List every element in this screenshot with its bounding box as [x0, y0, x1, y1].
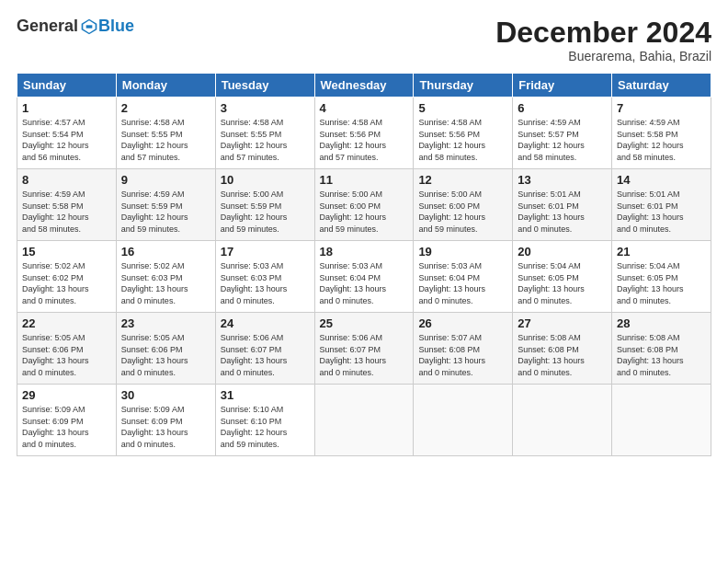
- table-row: 12Sunrise: 5:00 AM Sunset: 6:00 PM Dayli…: [414, 169, 513, 241]
- day-info: Sunrise: 4:59 AM Sunset: 5:58 PM Dayligh…: [22, 189, 111, 235]
- day-info: Sunrise: 4:58 AM Sunset: 5:55 PM Dayligh…: [221, 117, 310, 163]
- day-number: 30: [121, 388, 210, 402]
- col-friday: Friday: [513, 74, 612, 98]
- table-row: 24Sunrise: 5:06 AM Sunset: 6:07 PM Dayli…: [215, 313, 314, 385]
- day-number: 28: [617, 316, 706, 330]
- day-number: 18: [320, 245, 409, 259]
- table-row: 9Sunrise: 4:59 AM Sunset: 5:59 PM Daylig…: [116, 169, 215, 241]
- day-number: 2: [121, 101, 210, 115]
- table-row: 10Sunrise: 5:00 AM Sunset: 5:59 PM Dayli…: [215, 169, 314, 241]
- day-info: Sunrise: 4:57 AM Sunset: 5:54 PM Dayligh…: [22, 117, 111, 163]
- calendar-header-row: Sunday Monday Tuesday Wednesday Thursday…: [17, 74, 711, 98]
- day-number: 1: [22, 101, 111, 115]
- day-info: Sunrise: 5:03 AM Sunset: 6:03 PM Dayligh…: [221, 260, 310, 306]
- table-row: 18Sunrise: 5:03 AM Sunset: 6:04 PM Dayli…: [314, 241, 414, 313]
- table-row: 3Sunrise: 4:58 AM Sunset: 5:55 PM Daylig…: [215, 98, 314, 169]
- day-number: 15: [22, 245, 111, 259]
- table-row: [414, 385, 513, 456]
- table-row: 27Sunrise: 5:08 AM Sunset: 6:08 PM Dayli…: [513, 313, 612, 385]
- col-thursday: Thursday: [414, 74, 513, 98]
- table-row: 16Sunrise: 5:02 AM Sunset: 6:03 PM Dayli…: [116, 241, 215, 313]
- logo-icon: [80, 17, 98, 36]
- title-block: December 2024 Buerarema, Bahia, Brazil: [495, 17, 711, 63]
- col-saturday: Saturday: [612, 74, 711, 98]
- logo-general: General: [17, 17, 78, 36]
- day-info: Sunrise: 5:03 AM Sunset: 6:04 PM Dayligh…: [418, 260, 507, 306]
- table-row: 5Sunrise: 4:58 AM Sunset: 5:56 PM Daylig…: [414, 98, 513, 169]
- col-monday: Monday: [116, 74, 215, 98]
- table-row: 17Sunrise: 5:03 AM Sunset: 6:03 PM Dayli…: [215, 241, 314, 313]
- day-info: Sunrise: 5:05 AM Sunset: 6:06 PM Dayligh…: [121, 332, 210, 378]
- day-info: Sunrise: 5:02 AM Sunset: 6:02 PM Dayligh…: [22, 260, 111, 306]
- table-row: [513, 385, 612, 456]
- day-number: 19: [418, 245, 507, 259]
- day-info: Sunrise: 4:59 AM Sunset: 5:59 PM Dayligh…: [121, 189, 210, 235]
- calendar-week-2: 8Sunrise: 4:59 AM Sunset: 5:58 PM Daylig…: [17, 169, 711, 241]
- day-info: Sunrise: 5:03 AM Sunset: 6:04 PM Dayligh…: [320, 260, 409, 306]
- day-info: Sunrise: 5:08 AM Sunset: 6:08 PM Dayligh…: [518, 332, 607, 378]
- location-subtitle: Buerarema, Bahia, Brazil: [495, 49, 711, 63]
- day-number: 5: [418, 101, 507, 115]
- day-info: Sunrise: 4:58 AM Sunset: 5:56 PM Dayligh…: [320, 117, 409, 163]
- day-info: Sunrise: 5:09 AM Sunset: 6:09 PM Dayligh…: [22, 404, 111, 450]
- table-row: 1Sunrise: 4:57 AM Sunset: 5:54 PM Daylig…: [17, 98, 117, 169]
- day-info: Sunrise: 5:00 AM Sunset: 6:00 PM Dayligh…: [418, 189, 507, 235]
- col-wednesday: Wednesday: [314, 74, 414, 98]
- day-number: 9: [121, 173, 210, 187]
- table-row: 6Sunrise: 4:59 AM Sunset: 5:57 PM Daylig…: [513, 98, 612, 169]
- table-row: 25Sunrise: 5:06 AM Sunset: 6:07 PM Dayli…: [314, 313, 414, 385]
- table-row: 14Sunrise: 5:01 AM Sunset: 6:01 PM Dayli…: [612, 169, 711, 241]
- day-info: Sunrise: 5:10 AM Sunset: 6:10 PM Dayligh…: [221, 404, 310, 450]
- col-tuesday: Tuesday: [215, 74, 314, 98]
- day-number: 16: [121, 245, 210, 259]
- day-number: 22: [22, 316, 111, 330]
- table-row: 21Sunrise: 5:04 AM Sunset: 6:05 PM Dayli…: [612, 241, 711, 313]
- day-info: Sunrise: 5:01 AM Sunset: 6:01 PM Dayligh…: [617, 189, 706, 235]
- logo: General Blue: [17, 17, 134, 36]
- table-row: 28Sunrise: 5:08 AM Sunset: 6:08 PM Dayli…: [612, 313, 711, 385]
- table-row: [612, 385, 711, 456]
- day-info: Sunrise: 5:09 AM Sunset: 6:09 PM Dayligh…: [121, 404, 210, 450]
- calendar-table: Sunday Monday Tuesday Wednesday Thursday…: [17, 73, 711, 456]
- day-number: 23: [121, 316, 210, 330]
- table-row: 31Sunrise: 5:10 AM Sunset: 6:10 PM Dayli…: [215, 385, 314, 456]
- day-info: Sunrise: 5:06 AM Sunset: 6:07 PM Dayligh…: [221, 332, 310, 378]
- day-number: 20: [518, 245, 607, 259]
- day-number: 27: [518, 316, 607, 330]
- day-number: 26: [418, 316, 507, 330]
- day-number: 14: [617, 173, 706, 187]
- day-number: 21: [617, 245, 706, 259]
- table-row: 8Sunrise: 4:59 AM Sunset: 5:58 PM Daylig…: [17, 169, 117, 241]
- table-row: 2Sunrise: 4:58 AM Sunset: 5:55 PM Daylig…: [116, 98, 215, 169]
- day-number: 12: [418, 173, 507, 187]
- day-number: 3: [221, 101, 310, 115]
- day-number: 8: [22, 173, 111, 187]
- day-number: 11: [320, 173, 409, 187]
- header: General Blue December 2024 Buerarema, Ba…: [17, 17, 711, 63]
- col-sunday: Sunday: [17, 74, 117, 98]
- day-info: Sunrise: 5:00 AM Sunset: 5:59 PM Dayligh…: [221, 189, 310, 235]
- day-info: Sunrise: 5:00 AM Sunset: 6:00 PM Dayligh…: [320, 189, 409, 235]
- day-number: 7: [617, 101, 706, 115]
- day-info: Sunrise: 5:01 AM Sunset: 6:01 PM Dayligh…: [518, 189, 607, 235]
- table-row: 4Sunrise: 4:58 AM Sunset: 5:56 PM Daylig…: [314, 98, 414, 169]
- day-info: Sunrise: 5:07 AM Sunset: 6:08 PM Dayligh…: [418, 332, 507, 378]
- calendar-week-5: 29Sunrise: 5:09 AM Sunset: 6:09 PM Dayli…: [17, 385, 711, 456]
- day-info: Sunrise: 5:04 AM Sunset: 6:05 PM Dayligh…: [617, 260, 706, 306]
- day-number: 24: [221, 316, 310, 330]
- day-number: 13: [518, 173, 607, 187]
- day-info: Sunrise: 5:04 AM Sunset: 6:05 PM Dayligh…: [518, 260, 607, 306]
- day-number: 29: [22, 388, 111, 402]
- table-row: 20Sunrise: 5:04 AM Sunset: 6:05 PM Dayli…: [513, 241, 612, 313]
- page: General Blue December 2024 Buerarema, Ba…: [0, 0, 728, 563]
- table-row: 22Sunrise: 5:05 AM Sunset: 6:06 PM Dayli…: [17, 313, 117, 385]
- day-number: 17: [221, 245, 310, 259]
- table-row: [314, 385, 414, 456]
- day-info: Sunrise: 5:06 AM Sunset: 6:07 PM Dayligh…: [320, 332, 409, 378]
- calendar-week-3: 15Sunrise: 5:02 AM Sunset: 6:02 PM Dayli…: [17, 241, 711, 313]
- day-info: Sunrise: 5:05 AM Sunset: 6:06 PM Dayligh…: [22, 332, 111, 378]
- table-row: 11Sunrise: 5:00 AM Sunset: 6:00 PM Dayli…: [314, 169, 414, 241]
- table-row: 23Sunrise: 5:05 AM Sunset: 6:06 PM Dayli…: [116, 313, 215, 385]
- table-row: 26Sunrise: 5:07 AM Sunset: 6:08 PM Dayli…: [414, 313, 513, 385]
- calendar-week-1: 1Sunrise: 4:57 AM Sunset: 5:54 PM Daylig…: [17, 98, 711, 169]
